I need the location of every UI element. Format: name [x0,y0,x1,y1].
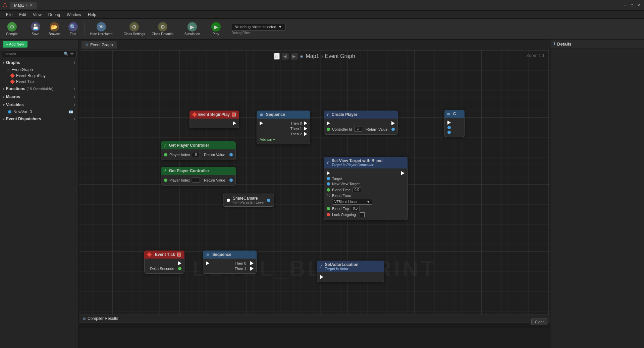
event-tick-item[interactable]: Event Tick [0,79,78,85]
browse-button[interactable]: 📂 Browse [46,20,63,38]
breadcrumb-map: Map1 [306,53,319,59]
svt-blend-time-pin[interactable] [327,188,330,192]
compiler-results-tab[interactable]: ⊞ Compiler Results [79,315,550,323]
add-new-button[interactable]: + Add New [3,41,28,48]
svt-blend-exp-pin[interactable] [327,207,330,210]
seq-exec-in-pin[interactable] [260,121,263,125]
graph-canvas[interactable]: ☆ ◀ ▶ ⊞ Map1 › Event Graph Zoom 1:1 LEVE… [79,50,550,315]
partial-blue1[interactable] [447,126,451,129]
menu-debug[interactable]: Debug [45,12,63,18]
svt-exec-in[interactable] [327,171,330,175]
newvar0-item[interactable]: NewVar_0 📧 [0,109,78,115]
app-logo: ⬡ [3,2,7,8]
event-graph-item[interactable]: ⊞ EventGraph [0,67,78,73]
breadcrumb-back[interactable]: ◀ [281,53,288,60]
seq-then2-pin-row: Then 2 [260,131,307,137]
create-player-exec-in[interactable] [327,121,330,125]
debug-filter-container: No debug object selected ▼ Debug Filter [232,23,285,35]
clear-button[interactable]: Clear [531,319,547,325]
graphs-add-icon[interactable]: + [73,60,76,65]
tab-close-icon[interactable]: ✕ [30,3,33,7]
minimize-button[interactable]: ─ [623,3,628,8]
document-tab[interactable]: Map1 • ✕ [10,2,37,9]
sal-exec-in[interactable] [320,275,323,279]
play-button[interactable]: ▶ Play [204,20,228,38]
variables-section-header[interactable]: ▾ Variables + [0,101,78,109]
macros-add-icon[interactable]: + [73,94,76,99]
gpc2-player-index-val: 1 [192,178,200,183]
svt-exec-out[interactable] [401,171,405,175]
hide-unrelated-button[interactable]: 👁 Hide Unrelated [88,20,115,38]
menu-help[interactable]: Help [85,12,100,18]
event-tick-exec-pin[interactable] [178,261,181,265]
class-defaults-button[interactable]: ⚙ Class Defaults [149,20,176,38]
event-dispatchers-section-header[interactable]: ▸ Event Dispatchers + [0,115,78,123]
seq-add-pin[interactable]: Add pin + [260,137,307,142]
gpc2-pin-row: Player Index 1 Return Value [164,177,233,183]
svt-blend-time-val: 0.0 [353,187,361,192]
breadcrumb-forward[interactable]: ▶ [290,53,298,60]
create-player-controller-pin[interactable] [327,128,330,131]
svt-lock-pin[interactable] [327,213,330,216]
seq-bot-exec-in[interactable] [206,261,209,265]
partial-blue2[interactable] [447,131,451,134]
gpc2-body: Player Index 1 Return Value [161,175,236,186]
svt-blend-exp-val: 0.0 [351,206,360,211]
browse-icon: 📂 [50,22,59,31]
maximize-button[interactable]: □ [629,3,635,8]
search-input[interactable] [4,52,64,56]
gpc1-return-pin[interactable] [229,153,233,156]
right-panel: ℹ Details [550,40,644,348]
find-button[interactable]: 🔍 Find [64,20,82,38]
event-graph-tab[interactable]: ⊞ Event Graph [82,41,117,49]
partial-exec[interactable] [447,121,451,125]
menu-file[interactable]: File [3,12,16,18]
event-tick-delta-pin[interactable] [178,267,181,270]
left-panel: + Add New 🔍 👁 ▾ Graphs + ⊞ EventGraph Ev… [0,40,79,348]
event-begin-play-item[interactable]: Event BeginPlay [0,73,78,79]
variables-add-icon[interactable]: + [73,102,76,108]
gpc1-player-index-pin[interactable] [164,153,167,156]
svt-target-pin[interactable] [327,177,330,180]
compile-button[interactable]: ⚙ Compile [3,20,21,38]
functions-add-icon[interactable]: + [73,86,76,91]
functions-section-title: Functions [6,86,25,91]
debug-dropdown[interactable]: No debug object selected ▼ [232,23,285,30]
menu-view[interactable]: View [30,12,45,18]
class-settings-icon: ⚙ [129,22,139,31]
close-button[interactable]: ✕ [636,3,641,8]
view-options-icon[interactable]: 👁 [70,52,74,56]
seq-bot-then0-pin[interactable] [250,261,254,265]
breadcrumb-star[interactable]: ☆ [274,53,279,60]
seq-then1-pin[interactable] [304,127,307,131]
seq-then2-pin[interactable] [304,132,307,136]
seq-bot-then1-pin[interactable] [250,267,254,271]
create-player-exec-out[interactable] [391,121,395,125]
svt-nvt-pin[interactable] [327,182,330,186]
begin-play-exec-pin[interactable] [233,121,236,125]
simulation-button[interactable]: ▶ Simulation [182,20,203,38]
toolbar-separator-3 [118,22,118,36]
graphs-section-header[interactable]: ▾ Graphs + [0,59,78,67]
class-settings-button[interactable]: ⚙ Class Settings [121,20,148,38]
gpc2-player-index-pin[interactable] [164,179,167,182]
svt-lock-checkbox[interactable] [360,212,365,217]
menu-edit[interactable]: Edit [16,12,30,18]
create-player-return-pin[interactable] [391,128,395,131]
blend-func-arrow: ▼ [367,200,370,204]
partial-header: ⊞ C [444,110,465,118]
functions-section-header[interactable]: ▸ Functions (18 Overridable) + [0,85,78,93]
macros-section-header[interactable]: ▸ Macros + [0,93,78,101]
seq-then0-pin[interactable] [304,121,307,125]
gpc2-return-pin[interactable] [229,179,233,182]
share-camare-out-pin[interactable] [267,199,270,202]
svt-blend-func-dropdown[interactable]: VTBlend Linear ▼ [332,199,372,205]
event-dispatchers-add-icon[interactable]: + [73,116,76,122]
svt-blend-func-row: Blend Func VTBlend Linear ▼ [327,193,405,205]
menu-window[interactable]: Window [63,12,85,18]
event-graph-label: EventGraph [11,67,33,72]
save-button[interactable]: 💾 Save [27,20,44,38]
svt-blend-func-pin[interactable] [327,194,330,197]
set-view-target-header: f Set View Target with Blend Target is P… [324,157,408,168]
share-camare-pin[interactable] [227,199,230,202]
